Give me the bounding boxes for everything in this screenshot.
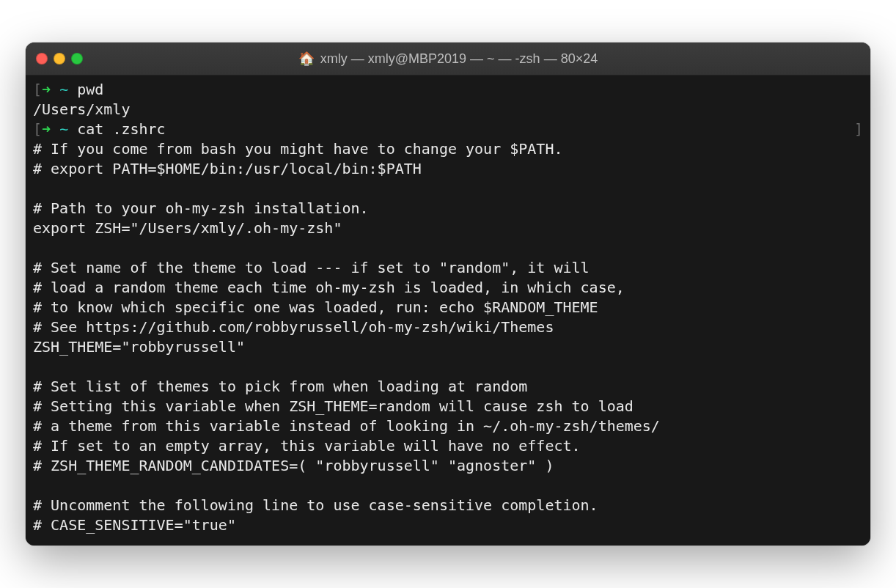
output-line: # If set to an empty array, this variabl… [33,436,863,456]
home-icon: 🏠 [298,51,315,67]
command-text: pwd [77,81,103,98]
output-line: # Uncomment the following line to use ca… [33,496,863,515]
output-line: # to know which specific one was loaded,… [33,298,863,317]
command-text: cat .zshrc [77,120,165,138]
prompt-line: [➜ ~ cat .zshrc] [33,120,863,139]
close-button[interactable] [36,53,48,65]
output-line [33,238,863,258]
output-line [33,357,863,377]
window-title-text: xmly — xmly@MBP2019 — ~ — -zsh — 80×24 [320,51,598,67]
output-line: ZSH_THEME="robbyrussell" [33,337,863,357]
output-line: # Set list of themes to pick from when l… [33,377,863,397]
zoom-button[interactable] [71,53,83,65]
output-line: export ZSH="/Users/xmly/.oh-my-zsh" [33,218,863,238]
output-line: # a theme from this variable instead of … [33,416,863,436]
output-line: # ZSH_THEME_RANDOM_CANDIDATES=( "robbyru… [33,456,863,476]
traffic-lights [36,53,83,65]
minimize-button[interactable] [54,53,65,65]
output-line [33,476,863,496]
prompt-line: [➜ ~ pwd [33,80,863,100]
terminal-window: 🏠 xmly — xmly@MBP2019 — ~ — -zsh — 80×24… [26,43,870,545]
terminal-body[interactable]: [➜ ~ pwd/Users/xmly[➜ ~ cat .zshrc]# If … [26,76,870,545]
output-line: # Set name of the theme to load --- if s… [33,258,863,278]
output-line: # load a random theme each time oh-my-zs… [33,278,863,298]
titlebar[interactable]: 🏠 xmly — xmly@MBP2019 — ~ — -zsh — 80×24 [26,43,870,76]
output-line: # See https://github.com/robbyrussell/oh… [33,317,863,337]
output-line: # If you come from bash you might have t… [33,139,863,159]
output-line: /Users/xmly [33,100,863,120]
output-line: # Setting this variable when ZSH_THEME=r… [33,397,863,416]
window-title: 🏠 xmly — xmly@MBP2019 — ~ — -zsh — 80×24 [26,51,870,67]
output-line: # export PATH=$HOME/bin:/usr/local/bin:$… [33,159,863,179]
output-line: # Path to your oh-my-zsh installation. [33,199,863,218]
output-line [33,179,863,199]
output-line: # CASE_SENSITIVE="true" [33,515,863,535]
